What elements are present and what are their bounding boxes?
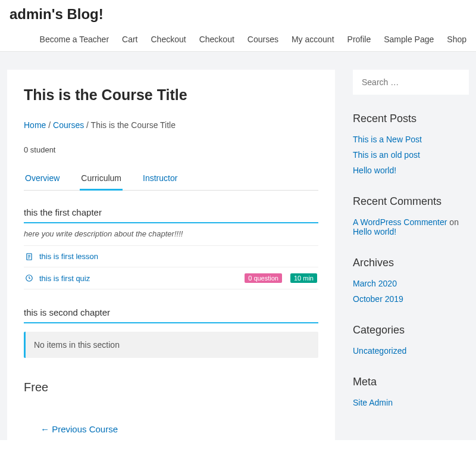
- archive-link[interactable]: October 2019: [353, 294, 403, 304]
- nav-item[interactable]: Become a Teacher: [40, 35, 109, 44]
- time-badge: 10 min: [290, 273, 317, 283]
- tab-overview[interactable]: Overview: [24, 169, 61, 190]
- post-link[interactable]: This is an old post: [353, 150, 420, 160]
- commenter-link[interactable]: A WordPress Commenter: [353, 217, 447, 227]
- no-items-notice: No items in this section: [24, 332, 318, 358]
- primary-nav: Become a Teacher Cart Checkout Checkout …: [10, 35, 466, 51]
- tab-instructor[interactable]: Instructor: [142, 169, 178, 190]
- question-badge: 0 question: [245, 273, 282, 283]
- comment-post-link[interactable]: Hello world!: [353, 227, 396, 236]
- archive-link[interactable]: March 2020: [353, 279, 397, 288]
- widget-title: Recent Comments: [353, 195, 469, 208]
- widget-title: Categories: [353, 324, 469, 336]
- search-box: [353, 70, 469, 95]
- student-count: 0 student: [24, 145, 318, 154]
- widget-title: Archives: [353, 257, 469, 269]
- post-link[interactable]: Hello world!: [353, 166, 396, 175]
- document-icon: [25, 253, 33, 261]
- archives-widget: Archives March 2020 October 2019: [353, 257, 469, 304]
- course-tabs: Overview Curriculum Instructor: [24, 169, 318, 191]
- breadcrumb-courses[interactable]: Courses: [53, 120, 84, 130]
- site-title[interactable]: admin's Blog!: [10, 6, 466, 23]
- post-link[interactable]: This is a New Post: [353, 135, 422, 144]
- categories-widget: Categories Uncategorized: [353, 324, 469, 356]
- widget-title: Recent Posts: [353, 113, 469, 125]
- recent-comments-widget: Recent Comments A WordPress Commenter on…: [353, 195, 469, 236]
- chapter-section: this is second chapter No items in this …: [24, 307, 318, 358]
- chapter-title: this the first chapter: [24, 207, 318, 223]
- main-content: This is the Course Title Home / Courses …: [7, 70, 335, 440]
- nav-item[interactable]: Courses: [248, 35, 278, 44]
- quiz-row[interactable]: this is first quiz 0 question 10 min: [24, 267, 318, 289]
- course-price: Free: [24, 381, 318, 394]
- sidebar: Recent Posts This is a New Post This is …: [353, 70, 469, 413]
- lesson-link[interactable]: this is first lesson: [39, 252, 317, 261]
- nav-item[interactable]: Cart: [122, 35, 137, 44]
- nav-item[interactable]: Checkout: [151, 35, 186, 44]
- category-link[interactable]: Uncategorized: [353, 346, 406, 356]
- meta-widget: Meta Site Admin: [353, 376, 469, 407]
- course-title: This is the Course Title: [24, 86, 318, 104]
- lesson-row[interactable]: this is first lesson: [24, 245, 318, 267]
- recent-posts-widget: Recent Posts This is a New Post This is …: [353, 113, 469, 175]
- breadcrumb: Home / Courses / This is the Course Titl…: [24, 120, 318, 130]
- search-input[interactable]: [362, 77, 466, 87]
- nav-item[interactable]: My account: [292, 35, 334, 44]
- nav-item[interactable]: Shop: [447, 35, 466, 44]
- meta-link[interactable]: Site Admin: [353, 398, 393, 407]
- comment-item: A WordPress Commenter on Hello world!: [353, 217, 469, 236]
- chapter-description: here you write description about the cha…: [24, 223, 318, 245]
- breadcrumb-current: This is the Course Title: [91, 120, 176, 130]
- nav-item[interactable]: Sample Page: [384, 35, 434, 44]
- widget-title: Meta: [353, 376, 469, 388]
- clock-icon: [25, 274, 33, 282]
- previous-course-link[interactable]: ← Previous Course: [40, 424, 118, 434]
- nav-item[interactable]: Checkout: [199, 35, 234, 44]
- chapter-section: this the first chapter here you write de…: [24, 207, 318, 289]
- tab-curriculum[interactable]: Curriculum: [80, 169, 123, 191]
- breadcrumb-home[interactable]: Home: [24, 120, 46, 130]
- quiz-link[interactable]: this is first quiz: [39, 274, 239, 283]
- nav-item[interactable]: Profile: [347, 35, 371, 44]
- chapter-title: this is second chapter: [24, 307, 318, 323]
